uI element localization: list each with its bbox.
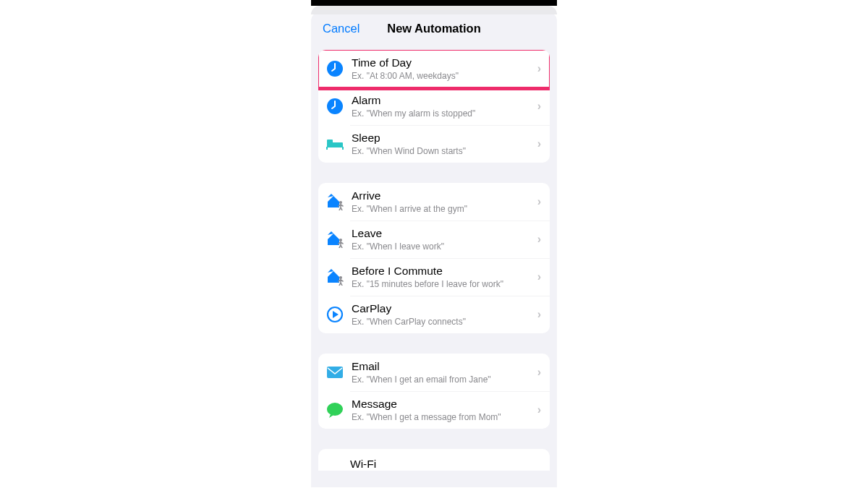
bed-icon xyxy=(326,134,344,153)
automation-list: Time of Day Ex. "At 8:00 AM, weekdays" ›… xyxy=(311,50,557,471)
item-subtitle: Ex. "When my alarm is stopped" xyxy=(352,108,532,119)
item-title: Message xyxy=(352,397,532,411)
trigger-group-communication: Email Ex. "When I get an email from Jane… xyxy=(318,354,550,429)
trigger-arrive[interactable]: Arrive Ex. "When I arrive at the gym" › xyxy=(318,183,550,221)
navigation-bar: Cancel New Automation xyxy=(311,18,557,50)
phone-frame: Cancel New Automation Time of Day Ex. "A… xyxy=(311,0,557,488)
chevron-right-icon: › xyxy=(537,403,541,416)
svg-rect-10 xyxy=(327,367,343,378)
house-person-icon xyxy=(326,192,344,211)
house-person-icon xyxy=(326,230,344,249)
chevron-right-icon: › xyxy=(537,270,541,283)
envelope-icon xyxy=(326,363,344,382)
item-subtitle: Ex. "When I get an email from Jane" xyxy=(352,374,532,385)
trigger-alarm[interactable]: Alarm Ex. "When my alarm is stopped" › xyxy=(318,87,550,125)
item-title: Leave xyxy=(352,226,532,240)
svg-point-11 xyxy=(327,403,343,416)
clock-fill-icon xyxy=(326,97,344,116)
item-title: CarPlay xyxy=(352,301,532,315)
trigger-group-location: Arrive Ex. "When I arrive at the gym" › … xyxy=(318,183,550,333)
sheet-behind xyxy=(311,6,557,14)
svg-rect-2 xyxy=(327,142,343,147)
status-bar-strip xyxy=(311,0,557,6)
item-title: Wi-Fi xyxy=(350,458,376,470)
trigger-sleep[interactable]: Sleep Ex. "When Wind Down starts" › xyxy=(318,125,550,163)
chevron-right-icon: › xyxy=(537,137,541,150)
svg-rect-4 xyxy=(326,147,328,150)
chevron-right-icon: › xyxy=(537,308,541,321)
carplay-icon xyxy=(326,305,344,324)
item-title: Sleep xyxy=(352,131,532,145)
chevron-right-icon: › xyxy=(537,100,541,113)
trigger-email[interactable]: Email Ex. "When I get an email from Jane… xyxy=(318,354,550,391)
trigger-message[interactable]: Message Ex. "When I get a message from M… xyxy=(318,391,550,429)
modal-sheet: Cancel New Automation Time of Day Ex. "A… xyxy=(311,12,557,487)
item-subtitle: Ex. "When I get a message from Mom" xyxy=(352,412,532,423)
trigger-leave[interactable]: Leave Ex. "When I leave work" › xyxy=(318,221,550,258)
item-title: Before I Commute xyxy=(352,264,532,278)
trigger-group-time: Time of Day Ex. "At 8:00 AM, weekdays" ›… xyxy=(318,50,550,163)
item-title: Email xyxy=(352,359,532,373)
item-subtitle: Ex. "When Wind Down starts" xyxy=(352,146,532,157)
item-subtitle: Ex. "When CarPlay connects" xyxy=(352,317,532,328)
trigger-carplay[interactable]: CarPlay Ex. "When CarPlay connects" › xyxy=(318,296,550,333)
item-subtitle: Ex. "When I leave work" xyxy=(352,241,532,252)
house-person-icon xyxy=(326,267,344,286)
chevron-right-icon: › xyxy=(537,233,541,246)
item-title: Time of Day xyxy=(352,56,532,69)
chevron-right-icon: › xyxy=(537,366,541,379)
trigger-before-commute[interactable]: Before I Commute Ex. "15 minutes before … xyxy=(318,258,550,296)
item-subtitle: Ex. "At 8:00 AM, weekdays" xyxy=(352,71,532,82)
item-subtitle: Ex. "When I arrive at the gym" xyxy=(352,204,532,215)
item-title: Arrive xyxy=(352,189,532,202)
svg-rect-5 xyxy=(342,147,344,150)
message-bubble-icon xyxy=(326,401,344,419)
trigger-wifi[interactable]: Wi-Fi xyxy=(318,449,550,471)
svg-rect-3 xyxy=(327,140,333,143)
cancel-button[interactable]: Cancel xyxy=(323,22,359,35)
trigger-time-of-day[interactable]: Time of Day Ex. "At 8:00 AM, weekdays" › xyxy=(318,50,550,87)
chevron-right-icon: › xyxy=(537,195,541,208)
chevron-right-icon: › xyxy=(537,62,541,75)
item-subtitle: Ex. "15 minutes before I leave for work" xyxy=(352,279,532,290)
clock-fill-icon xyxy=(326,59,344,78)
item-title: Alarm xyxy=(352,93,532,107)
